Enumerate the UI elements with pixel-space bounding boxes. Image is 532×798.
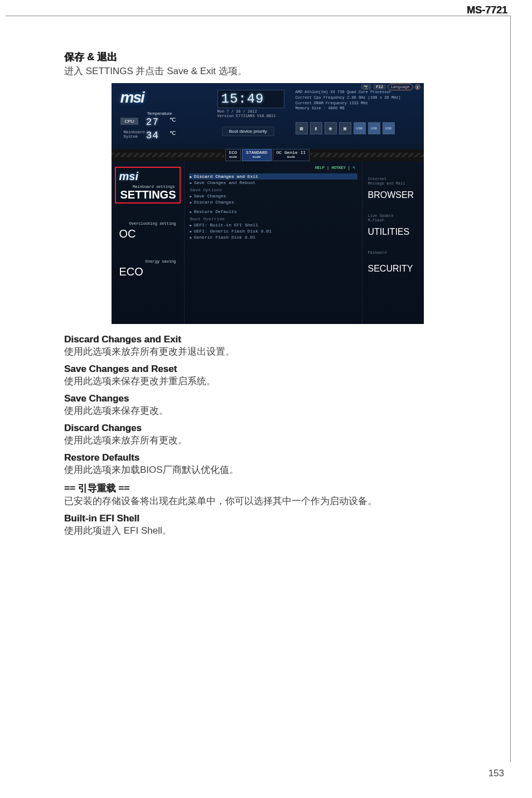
header-model: MS-7721 (467, 4, 507, 16)
tile-main: OC (119, 228, 136, 240)
boot-icon[interactable]: ▮ (310, 122, 322, 134)
description-title: Discard Changes and Exit (64, 334, 471, 345)
tile-main: BROWSER (368, 190, 414, 200)
f12-button[interactable]: F12 (373, 84, 386, 90)
language-button[interactable]: Language (388, 84, 413, 90)
tile-sub: Password (368, 250, 387, 255)
cpu-badge: CPU (120, 118, 139, 125)
description-text: 使用此选项来加载BIOS厂商默认优化值。 (64, 463, 471, 476)
mode-label: ECO (229, 150, 237, 155)
menu-group-save-options: Save Options (189, 186, 357, 193)
bios-body: msi Mainboard settings SETTINGS Overcloc… (112, 162, 424, 324)
left-nav: msi Mainboard settings SETTINGS Overcloc… (112, 162, 184, 324)
description-block: Discard Changes and Exit使用此选项来放弃所有更改并退出设… (64, 334, 471, 358)
mode-sub: mode (229, 156, 237, 159)
description-title: Save Changes and Reset (64, 364, 471, 375)
menu-item-restore-defaults[interactable]: Restore Defaults (189, 209, 357, 215)
menu-item-uefi-shell[interactable]: UEFI: Built-in EFI Shell (189, 222, 357, 228)
mode-label: STANDARD (246, 150, 267, 155)
description-text: 使用此选项来放弃所有更改。 (64, 434, 471, 447)
bios-screenshot: msi Temperature CPU 27 ℃ Mainboard Syste… (112, 83, 424, 324)
description-title: Restore Defaults (64, 452, 471, 463)
clock-time: 15:49 (217, 90, 284, 108)
description-block: Save Changes and Reset使用此选项来保存更改并重启系统。 (64, 364, 471, 388)
boot-usb-icon[interactable]: USB (354, 122, 366, 134)
description-text: 使用此项进入 EFI Shell。 (64, 524, 471, 537)
mainboard-system-label: Mainboard System (124, 130, 145, 139)
description-title: Save Changes (64, 393, 471, 404)
close-button[interactable]: X (415, 84, 420, 90)
msi-logo-small: msi (119, 170, 176, 183)
boot-icon[interactable]: ▣ (339, 122, 351, 134)
screenshot-button[interactable]: 📷 (361, 84, 371, 90)
menu-item-generic-flash[interactable]: Generic Flash Disk 8.01 (189, 234, 357, 240)
description-title: Built-in EFI Shell (64, 513, 471, 524)
bios-top-panel: msi Temperature CPU 27 ℃ Mainboard Syste… (112, 83, 424, 150)
tile-sub: Energy saving (146, 259, 176, 264)
description-text: 已安装的存储设备将出现在此菜单中，你可以选择其中一个作为启动设备。 (64, 495, 471, 507)
mode-sub: mode (246, 156, 267, 159)
page-content: 保存 & 退出 进入 SETTINGS 并点击 Save & Exit 选项。 … (64, 50, 471, 543)
settings-tile[interactable]: msi Mainboard settings SETTINGS (115, 167, 181, 204)
standard-mode-button[interactable]: STANDARDmode (242, 149, 271, 161)
mode-sub: mode (277, 156, 306, 159)
description-block: Restore Defaults使用此选项来加载BIOS厂商默认优化值。 (64, 452, 471, 476)
menu-item-save-changes[interactable]: Save Changes (189, 193, 357, 199)
section-title: 保存 & 退出 (64, 50, 471, 64)
right-nav: Internet Message and Mail BROWSER Live U… (362, 162, 424, 324)
security-tile[interactable]: Password SECURITY (365, 239, 422, 276)
tile-sub: Overclocking setting (129, 221, 176, 226)
description-block: Built-in EFI Shell使用此项进入 EFI Shell。 (64, 513, 471, 537)
temperature-label: Temperature (147, 111, 172, 116)
clock-date: Mon 7 / 30 / 2012 (217, 109, 284, 114)
boot-icon[interactable]: ▦ (296, 122, 308, 134)
msi-logo: msi (120, 89, 144, 107)
boot-priority-label[interactable]: Boot device priority (222, 127, 274, 136)
mode-bar: ECOmode STANDARDmode OC Genie IImode (112, 149, 424, 161)
description-block: == 引导重载 ==已安装的存储设备将出现在此菜单中，你可以选择其中一个作为启动… (64, 482, 471, 507)
tile-main: SETTINGS (120, 188, 176, 201)
page-number: 153 (489, 768, 504, 779)
boot-usb-icon[interactable]: USB (383, 122, 395, 134)
description-block: Save Changes使用此选项来保存更改。 (64, 393, 471, 417)
system-info: AMD Athlon(tm) X4 730 Quad Core Processo… (296, 90, 401, 112)
clock-box: 15:49 Mon 7 / 30 / 2012 Version E7721AMS… (217, 90, 284, 118)
menu-group-boot-override: Boot Override (189, 215, 357, 222)
system-temp-value: 34 (146, 130, 159, 141)
browser-tile[interactable]: Internet Message and Mail BROWSER (365, 166, 422, 202)
menu-item-save-reboot[interactable]: Save Changes and Reboot (189, 180, 357, 186)
description-list: Discard Changes and Exit使用此选项来放弃所有更改并退出设… (64, 334, 471, 537)
description-title: Discard Changes (64, 423, 471, 434)
tile-sub: Internet Message and Mail (368, 177, 405, 186)
menu-item-discard-exit[interactable]: Discard Changes and Exit (189, 173, 357, 180)
ocgenie-mode-button[interactable]: OC Genie IImode (273, 149, 310, 161)
bios-version: Version E7721AMS V10.0B11 (217, 114, 284, 118)
description-title: == 引导重载 == (64, 482, 471, 495)
menu-item-uefi-flash[interactable]: UEFI: Generic Flash Disk 8.01 (189, 228, 357, 234)
utilities-tile[interactable]: Live Update M-Flash UTILITIES (365, 202, 422, 239)
boot-usb-icon[interactable]: USB (368, 122, 380, 134)
description-block: Discard Changes使用此选项来放弃所有更改。 (64, 423, 471, 447)
cpu-temp-value: 27 (146, 117, 159, 128)
cpu-temp-unit: ℃ (170, 117, 176, 123)
section-subtitle: 进入 SETTINGS 并点击 Save & Exit 选项。 (64, 65, 471, 78)
top-buttons: 📷 F12 Language X (361, 84, 420, 90)
boot-icon[interactable]: ◉ (325, 122, 337, 134)
eco-mode-button[interactable]: ECOmode (225, 149, 241, 161)
tile-main: UTILITIES (368, 227, 410, 237)
description-text: 使用此选项来保存更改。 (64, 404, 471, 417)
help-hotkey-bar[interactable]: HELP | HOTKEY | ↰ (189, 165, 357, 171)
tile-sub: Live Update M-Flash (368, 214, 394, 223)
eco-tile[interactable]: Energy saving ECO (115, 243, 181, 279)
description-text: 使用此选项来保存更改并重启系统。 (64, 375, 471, 388)
system-temp-unit: ℃ (170, 130, 176, 137)
boot-device-icons: ▦ ▮ ◉ ▣ USB USB USB (296, 122, 395, 134)
menu-panel: HELP | HOTKEY | ↰ Discard Changes and Ex… (184, 162, 362, 324)
oc-tile[interactable]: Overclocking setting OC (115, 205, 181, 241)
description-text: 使用此选项来放弃所有更改并退出设置。 (64, 345, 471, 358)
tile-main: SECURITY (368, 264, 413, 274)
mode-label: OC Genie II (277, 150, 306, 155)
tile-main: ECO (119, 265, 143, 278)
menu-item-discard-changes[interactable]: Discard Changes (189, 199, 357, 205)
